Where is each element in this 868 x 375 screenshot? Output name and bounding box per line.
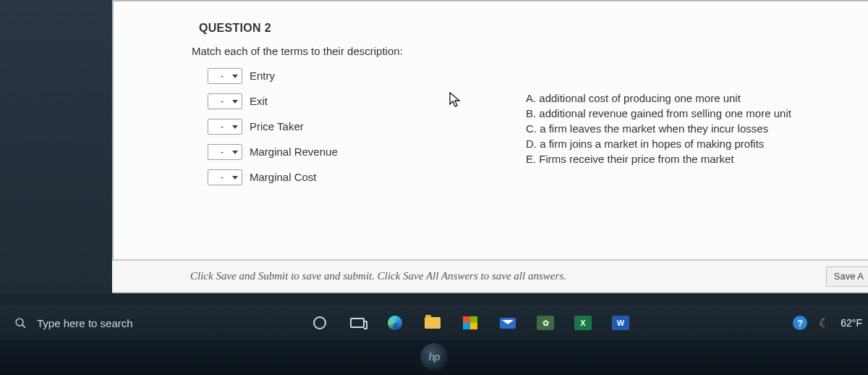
term-select-exit[interactable]: -: [208, 93, 242, 109]
svg-point-0: [16, 319, 23, 326]
mail-icon[interactable]: [499, 314, 516, 332]
save-hint-bar: Click Save and Submit to save and submit…: [112, 259, 868, 293]
microsoft-store-icon[interactable]: [461, 314, 479, 332]
description-item: C. a firm leaves the market when they in…: [526, 121, 868, 136]
question-instruction: Match each of the terms to their descrip…: [114, 42, 868, 63]
windows-taskbar: Type here to search ✿ X W ? ☾ 62°F: [0, 306, 868, 340]
term-select-marginal-revenue[interactable]: -: [208, 144, 242, 160]
term-select-wrap: -: [208, 68, 242, 84]
term-label: Price Taker: [250, 120, 304, 132]
term-row: - Entry: [208, 63, 511, 88]
cortana-icon[interactable]: [311, 314, 328, 332]
term-label: Marginal Revenue: [250, 146, 338, 158]
term-select-wrap: -: [208, 119, 242, 135]
term-select-wrap: -: [208, 144, 242, 160]
hp-logo: hp: [420, 343, 448, 371]
help-icon[interactable]: ?: [793, 316, 807, 330]
term-label: Marginal Cost: [250, 171, 317, 183]
descriptions-column: A. additional cost of producing one more…: [511, 63, 868, 190]
term-select-wrap: -: [208, 93, 242, 109]
save-all-button[interactable]: Save A: [826, 266, 868, 287]
search-placeholder: Type here to search: [37, 317, 133, 329]
svg-line-1: [22, 324, 25, 327]
term-select-marginal-cost[interactable]: -: [208, 169, 242, 185]
word-icon[interactable]: W: [612, 314, 629, 332]
task-view-icon[interactable]: [349, 314, 366, 332]
edge-icon[interactable]: [386, 314, 404, 332]
description-item: E. Firms receive their price from the ma…: [526, 151, 868, 167]
taskbar-app-icons: ✿ X W: [282, 314, 629, 332]
search-icon: [14, 317, 27, 329]
system-tray: ? ☾ 62°F: [793, 316, 868, 330]
file-explorer-icon[interactable]: [424, 314, 441, 332]
term-row: - Marginal Revenue: [208, 139, 511, 164]
description-item: B. additional revenue gained from sellin…: [526, 106, 868, 121]
weather-moon-icon: ☾: [819, 316, 829, 330]
excel-icon[interactable]: X: [574, 314, 592, 332]
term-row: - Exit: [208, 88, 511, 114]
question-panel: QUESTION 2 Match each of the terms to th…: [112, 0, 868, 293]
question-number-header: QUESTION 2: [114, 9, 868, 42]
term-row: - Marginal Cost: [208, 164, 511, 190]
term-select-entry[interactable]: -: [208, 68, 242, 84]
weather-temperature[interactable]: 62°F: [841, 317, 862, 329]
window-left-bezel: [0, 0, 112, 293]
term-label: Exit: [250, 95, 268, 107]
app-icon[interactable]: ✿: [537, 314, 554, 332]
description-item: D. a firm joins a market in hopes of mak…: [526, 136, 868, 151]
terms-column: - Entry - Exit - Price Taker: [208, 63, 511, 190]
save-hint-text: Click Save and Submit to save and submit…: [190, 270, 566, 282]
term-label: Entry: [250, 69, 275, 82]
term-row: - Price Taker: [208, 114, 511, 139]
term-select-price-taker[interactable]: -: [208, 119, 242, 135]
matching-area: - Entry - Exit - Price Taker: [114, 63, 868, 190]
taskbar-search[interactable]: Type here to search: [0, 306, 282, 340]
term-select-wrap: -: [208, 169, 242, 185]
description-item: A. additional cost of producing one more…: [526, 90, 868, 106]
laptop-bezel: hp: [0, 340, 868, 375]
